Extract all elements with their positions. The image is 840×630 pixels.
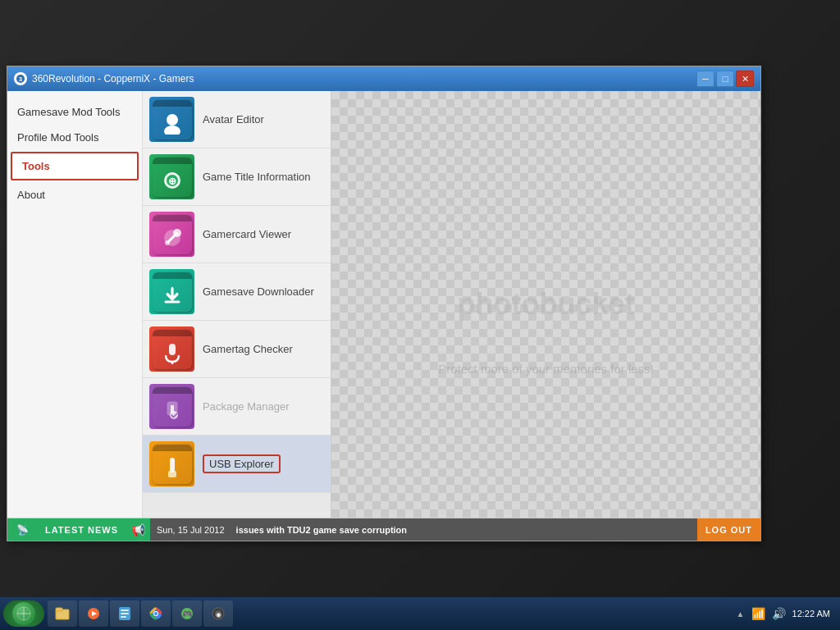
watermark-subtext: Protect more of your memories for less! (438, 362, 654, 376)
gamertag-label: Gamertag Checker (203, 343, 293, 355)
taskbar-app-game2[interactable]: ◉ (203, 600, 233, 627)
titlebar: 3 360Revolution - CopperniX - Gamers ─ □… (7, 66, 760, 91)
taskbar-app-task[interactable] (110, 600, 139, 627)
window-title: 360Revolution - CopperniX - Gamers (32, 73, 696, 84)
sidebar-item-about[interactable]: About (7, 182, 142, 208)
svg-text:◉: ◉ (216, 611, 221, 619)
svg-point-3 (164, 126, 180, 135)
desktop: 3 360Revolution - CopperniX - Gamers ─ □… (0, 0, 840, 630)
svg-text:🎮: 🎮 (182, 609, 193, 619)
tool-item-gamertag-checker[interactable]: Gamertag Checker (143, 321, 331, 378)
taskbar-app-media[interactable] (79, 600, 108, 627)
svg-rect-27 (121, 616, 126, 618)
sidebar-item-gamesave-mod-tools[interactable]: Gamesave Mod Tools (7, 99, 142, 125)
logout-button[interactable]: LOG OUT (697, 518, 760, 541)
sidebar: Gamesave Mod Tools Profile Mod Tools Too… (7, 91, 143, 518)
taskbar-time: 12:22 AM (792, 609, 830, 619)
window-content: Gamesave Mod Tools Profile Mod Tools Too… (7, 91, 760, 518)
gamertag-icon (149, 326, 194, 372)
gamesave-label: Gamesave Downloader (203, 285, 314, 298)
application-window: 3 360Revolution - CopperniX - Gamers ─ □… (7, 66, 761, 541)
systray-arrow[interactable]: ▲ (737, 609, 745, 619)
package-label: Package Manager (203, 400, 290, 413)
avatar-editor-icon (149, 97, 194, 142)
package-icon (149, 384, 194, 429)
taskbar-app-chrome[interactable] (141, 600, 171, 627)
app-icon: 3 (14, 72, 27, 85)
gamercard-icon (149, 212, 194, 257)
systray-sound-icon: 🔊 (772, 607, 786, 620)
status-bar: 📡 LATEST NEWS 📢 Sun, 15 Jul 2012 issues … (7, 518, 760, 541)
tool-item-avatar-editor[interactable]: Avatar Editor (143, 91, 331, 148)
news-text: issues with TDU2 game save corruption (231, 518, 697, 541)
usb-icon (149, 441, 194, 486)
game-title-label: Game Title Information (203, 171, 311, 183)
news-date: Sun, 15 Jul 2012 (150, 518, 231, 541)
sidebar-item-tools[interactable]: Tools (11, 152, 139, 180)
svg-rect-17 (170, 458, 175, 472)
svg-point-30 (154, 612, 158, 615)
systray-network-icon: 📶 (751, 607, 765, 620)
taskbar-right: ▲ 📶 🔊 12:22 AM (737, 607, 837, 620)
avatar-editor-label: Avatar Editor (203, 113, 264, 126)
start-button[interactable] (3, 600, 44, 627)
taskbar: 🎮 ◉ ▲ 📶 🔊 12:22 AM (0, 597, 840, 630)
maximize-button[interactable]: □ (716, 71, 734, 87)
tool-item-game-title-info[interactable]: ⊕ Game Title Information (143, 148, 331, 206)
news-speaker-icon: 📢 (126, 518, 150, 541)
window-controls: ─ □ ✕ (696, 71, 754, 87)
tool-item-gamesave-downloader[interactable]: Gamesave Downloader (143, 263, 331, 321)
svg-point-2 (167, 114, 178, 126)
close-button[interactable]: ✕ (736, 71, 754, 87)
svg-rect-21 (56, 608, 62, 611)
svg-text:3: 3 (19, 75, 23, 83)
svg-rect-26 (121, 613, 129, 614)
gamercard-label: Gamercard Viewer (203, 228, 291, 240)
news-label: LATEST NEWS (37, 518, 126, 541)
taskbar-app-game1[interactable]: 🎮 (172, 600, 202, 627)
svg-text:⊕: ⊕ (168, 176, 176, 187)
svg-point-10 (165, 240, 170, 245)
taskbar-clock: 12:22 AM (792, 609, 830, 619)
news-bar: 📡 LATEST NEWS 📢 Sun, 15 Jul 2012 issues … (7, 518, 760, 541)
main-content: Avatar Editor ⊕ (143, 91, 760, 518)
taskbar-app-explorer[interactable] (48, 600, 77, 627)
tools-panel: Avatar Editor ⊕ (143, 91, 331, 518)
gamesave-icon (149, 269, 194, 314)
svg-rect-25 (121, 609, 129, 611)
right-panel: photobucket Protect more of your memorie… (331, 91, 760, 518)
start-orb (12, 602, 35, 625)
tool-item-usb-explorer[interactable]: USB Explorer (143, 436, 331, 493)
game-title-icon: ⊕ (149, 154, 194, 199)
usb-explorer-label: USB Explorer (203, 454, 281, 473)
svg-rect-18 (168, 471, 176, 477)
svg-rect-13 (169, 344, 176, 355)
news-rss-icon: 📡 (7, 518, 37, 541)
taskbar-apps: 🎮 ◉ (48, 600, 233, 627)
watermark-text: photobucket (458, 287, 635, 322)
sidebar-item-profile-mod-tools[interactable]: Profile Mod Tools (7, 125, 142, 150)
minimize-button[interactable]: ─ (696, 71, 714, 87)
tool-item-package-manager[interactable]: Package Manager (143, 378, 331, 436)
tool-item-gamercard-viewer[interactable]: Gamercard Viewer (143, 206, 331, 263)
